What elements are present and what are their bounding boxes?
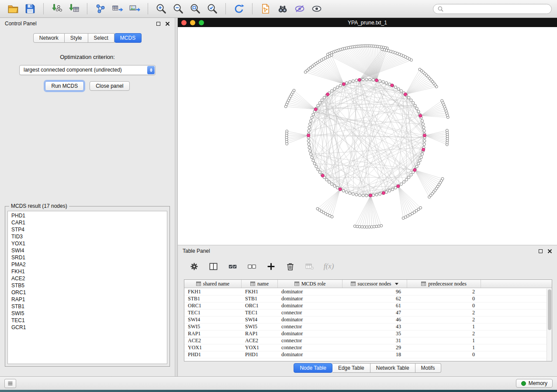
- binoculars-icon: [277, 3, 288, 14]
- new-network-button[interactable]: [93, 1, 108, 16]
- mcds-result-item[interactable]: SRD1: [8, 254, 167, 261]
- create-column-button[interactable]: [265, 261, 277, 272]
- delete-icon: [285, 261, 295, 272]
- mcds-result-item[interactable]: STP4: [8, 226, 167, 233]
- network-canvas[interactable]: [178, 27, 557, 245]
- table-row-tec1[interactable]: TEC1TEC1connector472: [184, 309, 547, 316]
- column-header-predecessor-nodes[interactable]: predecessor nodes: [407, 280, 481, 288]
- zoom-out-icon: [173, 3, 184, 14]
- export-image-button[interactable]: [127, 1, 142, 16]
- show-all-button[interactable]: [309, 1, 325, 16]
- zoom-selected-region-button[interactable]: [204, 1, 220, 16]
- search-box[interactable]: [433, 4, 552, 14]
- scrollbar-thumb[interactable]: [548, 289, 551, 330]
- network-window-titlebar[interactable]: YPA_prune.txt_1: [178, 18, 557, 27]
- table-tab-edge-table[interactable]: Edge Table: [332, 363, 370, 373]
- mcds-result-item[interactable]: TID3: [8, 233, 167, 240]
- table-row-yox1[interactable]: YOX1YOX1connector291: [184, 344, 547, 351]
- shared-name-cell: YOX1: [184, 344, 242, 351]
- zoom-fit-content-button[interactable]: [187, 1, 203, 16]
- empty-cell: [481, 344, 547, 351]
- table-tab-node-table[interactable]: Node Table: [294, 363, 332, 373]
- window-zoom-button[interactable]: [199, 20, 204, 25]
- mcds-result-item[interactable]: STB1: [8, 303, 167, 310]
- column-header-mcds-role[interactable]: MCDS role: [278, 280, 343, 288]
- name-cell: PHD1: [242, 351, 278, 358]
- show-panels-button[interactable]: [4, 379, 16, 388]
- close-panel-button[interactable]: Close panel: [90, 81, 129, 91]
- mcds-result-item[interactable]: ACE2: [8, 275, 167, 282]
- mcds-result-item[interactable]: GCR1: [8, 324, 167, 331]
- mcds-result-item[interactable]: STB5: [8, 282, 167, 289]
- zoom-out-button[interactable]: [170, 1, 186, 16]
- open-session-button[interactable]: [5, 1, 21, 16]
- first-neighbors-button[interactable]: [275, 1, 291, 16]
- mcds-result-item[interactable]: PMA2: [8, 261, 167, 268]
- mcds-result-item[interactable]: CAR1: [8, 219, 167, 226]
- table-tab-network-table[interactable]: Network Table: [370, 363, 415, 373]
- zoom-in-button[interactable]: [153, 1, 169, 16]
- memory-button[interactable]: Memory: [516, 379, 553, 388]
- window-minimize-button[interactable]: [190, 20, 195, 25]
- search-input[interactable]: [446, 6, 547, 12]
- table-row-stb1[interactable]: STB1STB1dominator620: [184, 296, 547, 303]
- mcds-result-item[interactable]: FKH1: [8, 268, 167, 275]
- toolbar-separator: [225, 3, 226, 14]
- new-network-from-selection-button[interactable]: [258, 1, 273, 16]
- column-header-shared-name[interactable]: shared name: [184, 280, 242, 288]
- import-table-disabled-button[interactable]: [304, 261, 315, 272]
- hide-selected-button[interactable]: [292, 1, 308, 16]
- mcds-result-item[interactable]: SWI4: [8, 247, 167, 254]
- tab-select[interactable]: Select: [88, 33, 114, 43]
- delete-columns-button[interactable]: [284, 261, 296, 272]
- gear-icon: [189, 261, 199, 272]
- name-cell: STB1: [242, 296, 278, 302]
- deselect-all-rows-button[interactable]: [246, 261, 258, 272]
- table-row-phd1[interactable]: PHD1PHD1dominator180: [184, 351, 547, 358]
- mcds-result-item[interactable]: TEC1: [8, 317, 167, 324]
- float-panel-icon[interactable]: [156, 22, 160, 26]
- table-panel-tabbar: Node TableEdge TableNetwork TableMotifs: [178, 363, 557, 373]
- table-row-rap1[interactable]: RAP1RAP1dominator352: [184, 330, 547, 337]
- name-cell: ACE2: [242, 337, 278, 344]
- mcds-result-item[interactable]: RAP1: [8, 296, 167, 303]
- table-row-ace2[interactable]: ACE2ACE2connector311: [184, 337, 547, 344]
- table-tab-motifs[interactable]: Motifs: [415, 363, 441, 373]
- table-scrollbar[interactable]: [547, 289, 552, 361]
- select-all-rows-button[interactable]: [227, 261, 239, 272]
- criterion-dropdown[interactable]: largest connected component (undirected): [19, 65, 156, 75]
- window-close-button[interactable]: [181, 20, 187, 25]
- import-table-icon: [68, 3, 80, 14]
- apply-preferred-layout-button[interactable]: [231, 1, 247, 16]
- empty-cell: [481, 330, 547, 337]
- table-row-swi4[interactable]: SWI4SWI4dominator462: [184, 316, 547, 323]
- mcds-result-item[interactable]: YOX1: [8, 240, 167, 247]
- mcds-result-item[interactable]: ORC1: [8, 289, 167, 296]
- import-network-from-file-button[interactable]: [49, 1, 65, 16]
- table-settings-button[interactable]: [188, 261, 200, 272]
- close-panel-icon[interactable]: [547, 249, 552, 254]
- mcds-result-item[interactable]: PHD1: [8, 212, 167, 219]
- column-header-successor-nodes[interactable]: successor nodes: [343, 280, 407, 288]
- panel-divider[interactable]: [175, 18, 178, 376]
- network-view[interactable]: [178, 27, 557, 245]
- float-panel-icon[interactable]: [539, 249, 543, 253]
- table-row-swi5[interactable]: SWI5SWI5connector431: [184, 323, 547, 330]
- import-table-from-file-button[interactable]: [66, 1, 82, 16]
- mcds-result-item[interactable]: SWI5: [8, 310, 167, 317]
- tab-mcds[interactable]: MCDS: [114, 33, 142, 43]
- successor-nodes-cell: 47: [343, 309, 407, 316]
- export-table-icon: [112, 3, 123, 14]
- function-builder-button[interactable]: f(x): [323, 261, 335, 272]
- tab-network[interactable]: Network: [33, 33, 65, 43]
- tab-style[interactable]: Style: [65, 33, 88, 43]
- close-panel-icon[interactable]: [165, 21, 170, 26]
- toggle-columns-button[interactable]: [208, 261, 219, 272]
- table-row-orc1[interactable]: ORC1ORC1dominator610: [184, 303, 547, 309]
- table-row-fkh1[interactable]: FKH1FKH1dominator962: [184, 289, 547, 296]
- control-panel-header: Control Panel: [0, 18, 175, 29]
- run-mcds-button[interactable]: Run MCDS: [45, 81, 84, 91]
- export-table-button[interactable]: [110, 1, 125, 16]
- save-session-button[interactable]: [22, 1, 38, 16]
- column-header-name[interactable]: name: [242, 280, 278, 288]
